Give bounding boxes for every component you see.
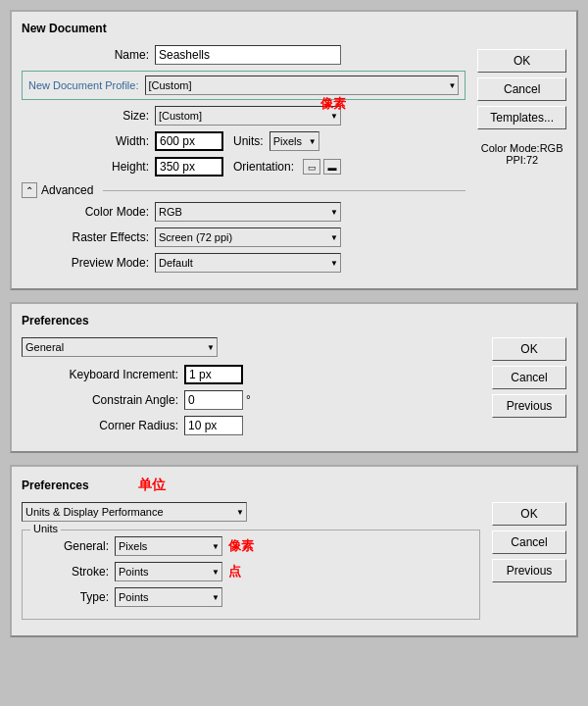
preview-mode-row: Preview Mode: Default bbox=[22, 253, 466, 273]
preferences-general-main: General Keyboard Increment: Constrain An… bbox=[22, 337, 566, 441]
units-category-select[interactable]: Units & Display Performance bbox=[22, 502, 247, 522]
raster-effects-row: Raster Effects: Screen (72 ppi) bbox=[22, 227, 466, 247]
preferences-general-form: General Keyboard Increment: Constrain An… bbox=[22, 337, 480, 441]
raster-effects-select[interactable]: Screen (72 ppi) bbox=[155, 227, 341, 247]
profile-group: New Document Profile: [Custom] bbox=[22, 71, 466, 100]
corner-radius-row: Corner Radius: bbox=[22, 416, 480, 435]
width-label: Width: bbox=[22, 134, 149, 148]
advanced-toggle[interactable]: ⌃ Advanced bbox=[22, 182, 466, 198]
advanced-label: Advanced bbox=[41, 183, 93, 197]
units-type-label: Type: bbox=[30, 590, 109, 604]
height-input[interactable] bbox=[155, 157, 223, 176]
units-label: Units: bbox=[233, 134, 264, 148]
pref-gen-previous-button[interactable]: Previous bbox=[492, 394, 566, 418]
color-mode-row: Color Mode: RGB bbox=[22, 202, 466, 222]
orientation-portrait-icon[interactable]: ▭ bbox=[303, 159, 320, 175]
color-mode-select[interactable]: RGB bbox=[155, 202, 341, 222]
name-row: Name: bbox=[22, 45, 466, 65]
pref-gen-cancel-button[interactable]: Cancel bbox=[492, 366, 566, 389]
corner-radius-label: Corner Radius: bbox=[22, 419, 178, 432]
profile-label: New Document Profile: bbox=[28, 79, 139, 91]
size-row: Size: [Custom] 像素 bbox=[22, 106, 466, 126]
nd-button-column: OK Cancel Templates... Color Mode:RGB PP… bbox=[477, 45, 566, 278]
keyboard-increment-label: Keyboard Increment: bbox=[22, 368, 178, 381]
pref-units-cancel-button[interactable]: Cancel bbox=[492, 530, 566, 554]
annotation-units: 单位 bbox=[138, 477, 166, 494]
general-dropdown-row: General bbox=[22, 337, 480, 357]
units-type-row: Type: Points bbox=[30, 587, 471, 607]
height-orientation-row: Height: Orientation: ▭ ▬ bbox=[22, 157, 466, 176]
name-input[interactable] bbox=[155, 45, 341, 65]
annotation-points-stroke: 点 bbox=[228, 563, 241, 580]
units-stroke-row: Stroke: Points 点 bbox=[30, 562, 471, 581]
new-document-title: New Document bbox=[22, 22, 566, 35]
color-mode-label: Color Mode: bbox=[22, 205, 149, 219]
ppi-info: PPI:72 bbox=[477, 154, 566, 166]
keyboard-increment-input[interactable] bbox=[184, 365, 243, 384]
width-units-row: Width: Units: Pixels bbox=[22, 131, 466, 151]
keyboard-increment-row: Keyboard Increment: bbox=[22, 365, 480, 384]
constrain-angle-label: Constrain Angle: bbox=[22, 393, 178, 407]
units-select[interactable]: Pixels bbox=[270, 131, 319, 151]
preferences-units-header: Preferences 单位 bbox=[22, 477, 566, 494]
constrain-angle-row: Constrain Angle: ° bbox=[22, 390, 480, 410]
preferences-general-buttons: OK Cancel Previous bbox=[492, 337, 566, 441]
degrees-symbol: ° bbox=[246, 393, 251, 407]
orientation-landscape-icon[interactable]: ▬ bbox=[323, 159, 341, 175]
preferences-units-buttons: OK Cancel Previous bbox=[492, 502, 566, 626]
orientation-label: Orientation: bbox=[233, 160, 294, 174]
raster-effects-label: Raster Effects: bbox=[22, 230, 149, 244]
preferences-units-title: Preferences bbox=[22, 479, 89, 492]
preferences-units-main: Units & Display Performance Units Genera… bbox=[22, 502, 566, 626]
constrain-angle-input[interactable] bbox=[184, 390, 243, 410]
preferences-general-dialog: Preferences General Keyboard Increment: … bbox=[10, 302, 578, 453]
units-category-dropdown-row: Units & Display Performance bbox=[22, 502, 480, 522]
corner-radius-input[interactable] bbox=[184, 416, 243, 435]
preferences-general-title: Preferences bbox=[22, 314, 566, 328]
size-label: Size: bbox=[22, 109, 149, 123]
units-group: Units General: Pixels 像素 Stroke: bbox=[22, 530, 480, 620]
color-mode-info: Color Mode:RGB bbox=[477, 142, 566, 154]
preferences-units-form: Units & Display Performance Units Genera… bbox=[22, 502, 480, 626]
units-general-row: General: Pixels 像素 bbox=[30, 536, 471, 556]
units-general-select[interactable]: Pixels bbox=[115, 536, 222, 556]
nd-cancel-button[interactable]: Cancel bbox=[477, 77, 566, 101]
units-stroke-select[interactable]: Points bbox=[115, 562, 222, 581]
name-label: Name: bbox=[22, 48, 149, 62]
units-general-label: General: bbox=[30, 539, 109, 553]
annotation-pixels-units: 像素 bbox=[228, 537, 254, 555]
nd-templates-button[interactable]: Templates... bbox=[477, 106, 566, 129]
nd-ok-button[interactable]: OK bbox=[477, 49, 566, 73]
profile-select[interactable]: [Custom] bbox=[145, 76, 460, 95]
pref-gen-ok-button[interactable]: OK bbox=[492, 337, 566, 361]
general-category-select[interactable]: General bbox=[22, 337, 218, 357]
size-select[interactable]: [Custom] bbox=[155, 106, 341, 126]
preview-mode-label: Preview Mode: bbox=[22, 256, 149, 270]
units-group-label: Units bbox=[30, 523, 61, 534]
units-stroke-label: Stroke: bbox=[30, 565, 109, 579]
units-type-select[interactable]: Points bbox=[115, 587, 222, 607]
preferences-units-dialog: Preferences 单位 Units & Display Performan… bbox=[10, 465, 578, 637]
width-input[interactable] bbox=[155, 131, 223, 151]
pref-units-ok-button[interactable]: OK bbox=[492, 502, 566, 526]
new-document-dialog: New Document Name: New Document Profile:… bbox=[10, 10, 578, 290]
preview-mode-select[interactable]: Default bbox=[155, 253, 341, 273]
height-label: Height: bbox=[22, 160, 149, 174]
advanced-arrow-icon: ⌃ bbox=[22, 182, 37, 198]
pref-units-previous-button[interactable]: Previous bbox=[492, 559, 566, 582]
